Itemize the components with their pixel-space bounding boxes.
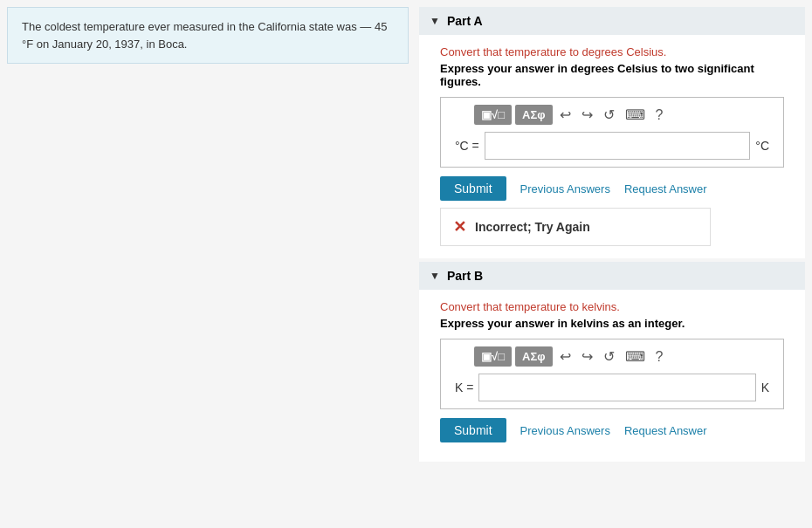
part-b-instruction: Convert that temperature to kelvins. xyxy=(440,300,784,313)
reset-icon-b: ↺ xyxy=(603,349,615,364)
part-a-input-row: °C = °C xyxy=(448,132,776,160)
part-b-reset-btn[interactable]: ↺ xyxy=(600,346,618,367)
part-a-help-btn[interactable]: ? xyxy=(652,106,667,125)
part-b-answer-input[interactable] xyxy=(478,374,755,401)
part-a-instruction: Convert that temperature to degrees Cels… xyxy=(440,45,784,58)
part-a-submit-row: Submit Previous Answers Request Answer xyxy=(440,176,784,201)
redo-icon-b: ↪ xyxy=(581,349,593,364)
context-text: The coldest temperature ever measured in… xyxy=(22,20,387,51)
part-a-request-answer-link[interactable]: Request Answer xyxy=(624,182,707,195)
incorrect-x-icon: ✕ xyxy=(453,217,466,237)
part-a-content: Convert that temperature to degrees Cels… xyxy=(419,35,805,258)
part-a-previous-answers-link[interactable]: Previous Answers xyxy=(520,182,610,195)
part-b-keyboard-btn[interactable]: ⌨ xyxy=(622,346,649,367)
part-a-input-label-right: °C xyxy=(755,139,769,153)
part-b-collapse-icon[interactable]: ▼ xyxy=(430,270,440,282)
part-a-incorrect-box: ✕ Incorrect; Try Again xyxy=(440,208,711,246)
part-a-undo-btn[interactable]: ↩ xyxy=(556,105,575,125)
undo-icon-b: ↩ xyxy=(560,349,571,364)
part-a-redo-btn[interactable]: ↪ xyxy=(578,105,596,125)
part-a-keyboard-btn[interactable]: ⌨ xyxy=(622,105,649,125)
part-b-submit-row: Submit Previous Answers Request Answer xyxy=(440,418,784,442)
part-b-request-answer-link[interactable]: Request Answer xyxy=(624,424,707,437)
undo-icon: ↩ xyxy=(560,107,571,122)
part-b-help-btn[interactable]: ? xyxy=(652,347,667,367)
part-b-toolbar: ▣√□ ΑΣφ ↩ ↪ ↺ ⌨ xyxy=(448,346,776,367)
part-b-matrix-btn[interactable]: ▣√□ xyxy=(474,346,512,367)
part-a-reset-btn[interactable]: ↺ xyxy=(600,105,618,125)
help-icon-b: ? xyxy=(656,349,664,364)
part-b-bold-instruction: Express your answer in kelvins as an int… xyxy=(440,317,784,330)
redo-icon: ↪ xyxy=(581,107,593,122)
part-a-submit-btn[interactable]: Submit xyxy=(440,176,506,201)
part-a-bold-instruction: Express your answer in degrees Celsius t… xyxy=(440,62,784,88)
part-a-input-box: ▣√□ ΑΣφ ↩ ↪ ↺ ⌨ xyxy=(440,97,784,168)
part-a-symbol-btn[interactable]: ΑΣφ xyxy=(515,105,553,125)
part-b-content: Convert that temperature to kelvins. Exp… xyxy=(419,290,805,462)
part-b-input-box: ▣√□ ΑΣφ ↩ ↪ ↺ ⌨ xyxy=(440,339,784,409)
part-b-submit-btn[interactable]: Submit xyxy=(440,418,506,442)
part-b-header: ▼ Part B xyxy=(419,262,805,290)
help-icon: ? xyxy=(656,107,664,122)
part-b-input-row: K = K xyxy=(448,374,776,401)
context-panel: The coldest temperature ever measured in… xyxy=(7,7,409,64)
matrix-label-b: ▣√□ xyxy=(481,350,505,363)
part-a-header: ▼ Part A xyxy=(419,7,805,35)
part-a-answer-input[interactable] xyxy=(485,132,751,160)
symbol-label-b: ΑΣφ xyxy=(522,350,546,363)
part-a-label: Part A xyxy=(447,14,483,28)
part-a-matrix-btn[interactable]: ▣√□ xyxy=(474,105,512,125)
matrix-label: ▣√□ xyxy=(481,108,505,121)
part-b-input-label-left: K = xyxy=(455,381,473,394)
part-a-collapse-icon[interactable]: ▼ xyxy=(430,15,440,27)
part-b-redo-btn[interactable]: ↪ xyxy=(578,346,596,367)
part-a-section: ▼ Part A Convert that temperature to deg… xyxy=(419,7,805,258)
part-a-incorrect-text: Incorrect; Try Again xyxy=(475,220,590,234)
keyboard-icon: ⌨ xyxy=(625,107,645,122)
part-b-undo-btn[interactable]: ↩ xyxy=(556,346,575,367)
symbol-label: ΑΣφ xyxy=(522,108,546,121)
part-b-symbol-btn[interactable]: ΑΣφ xyxy=(515,346,553,367)
part-b-label: Part B xyxy=(447,269,483,283)
part-b-previous-answers-link[interactable]: Previous Answers xyxy=(520,424,610,437)
part-a-input-label-left: °C = xyxy=(455,139,479,153)
part-b-section: ▼ Part B Convert that temperature to kel… xyxy=(419,262,805,462)
part-a-toolbar: ▣√□ ΑΣφ ↩ ↪ ↺ ⌨ xyxy=(448,105,776,125)
reset-icon: ↺ xyxy=(603,107,615,122)
part-b-input-label-right: K xyxy=(761,381,769,394)
right-panel: ▼ Part A Convert that temperature to deg… xyxy=(416,0,812,528)
keyboard-icon-b: ⌨ xyxy=(625,349,645,364)
